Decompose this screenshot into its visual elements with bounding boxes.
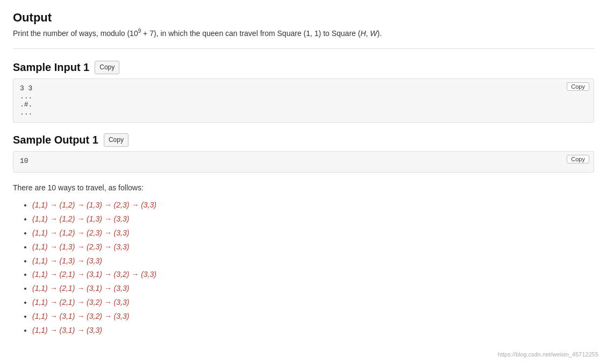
sample-input-1-header: Sample Input 1 Copy	[13, 61, 594, 74]
list-item: (1,1) → (1,3) → (2,3) → (3,3)	[32, 240, 594, 254]
sample-output-1-copy-button[interactable]: Copy	[104, 133, 128, 147]
travel-paths-list: (1,1) → (1,2) → (1,3) → (2,3) → (3,3)(1,…	[13, 198, 594, 338]
sample-input-1-code: 3 3 ... .#. ...	[20, 84, 587, 117]
sample-input-1-title: Sample Input 1	[13, 61, 89, 74]
sample-output-1-code: 10	[20, 157, 587, 165]
sample-output-1-title: Sample Output 1	[13, 134, 98, 146]
list-item: (1,1) → (1,3) → (3,3)	[32, 254, 594, 268]
output-description: Print the number of ways, modulo (109 + …	[13, 28, 594, 38]
explanation-text: There are 10 ways to travel, as follows:	[13, 183, 594, 192]
list-item: (1,1) → (1,2) → (1,3) → (2,3) → (3,3)	[32, 198, 594, 212]
section-divider	[13, 48, 594, 49]
list-item: (1,1) → (1,2) → (2,3) → (3,3)	[32, 226, 594, 240]
sample-input-1-code-box: Copy 3 3 ... .#. ...	[13, 78, 594, 123]
sample-output-1-code-box: Copy 10	[13, 151, 594, 173]
list-item: (1,1) → (2,1) → (3,2) → (3,3)	[32, 296, 594, 310]
list-item: (1,1) → (3,1) → (3,2) → (3,3)	[32, 310, 594, 324]
output-title: Output	[13, 11, 594, 25]
sample-output-1-inner-copy-button[interactable]: Copy	[567, 155, 589, 163]
sample-output-1-header: Sample Output 1 Copy	[13, 133, 594, 147]
sample-input-1-inner-copy-button[interactable]: Copy	[567, 82, 589, 91]
list-item: (1,1) → (3,1) → (3,3)	[32, 324, 594, 338]
sample-input-1-copy-button[interactable]: Copy	[95, 61, 119, 74]
list-item: (1,1) → (1,2) → (1,3) → (3,3)	[32, 212, 594, 226]
list-item: (1,1) → (2,1) → (3,1) → (3,3)	[32, 282, 594, 296]
list-item: (1,1) → (2,1) → (3,1) → (3,2) → (3,3)	[32, 268, 594, 282]
